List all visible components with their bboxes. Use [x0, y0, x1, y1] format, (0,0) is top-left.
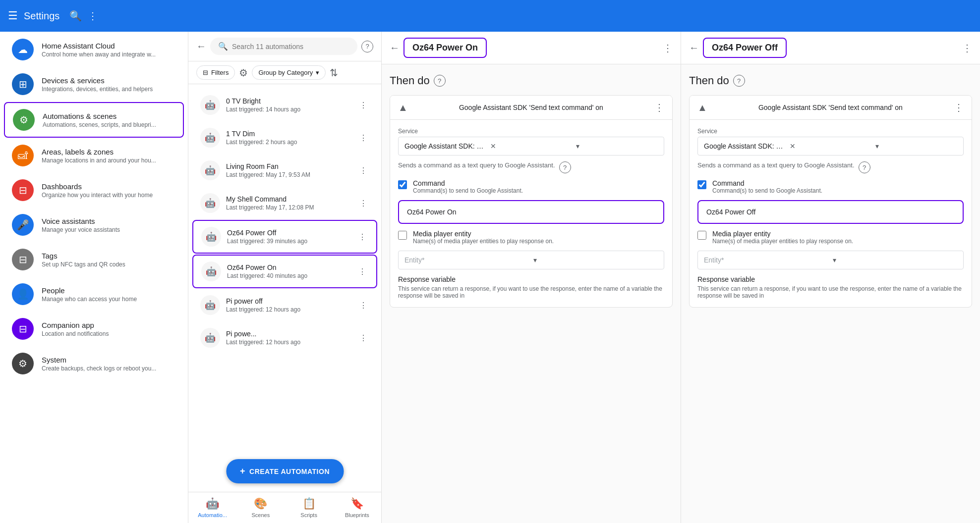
power-off-help-icon[interactable]: ? [733, 75, 745, 87]
power-off-panel: ← Oz64 Power Off ⋮ Then do ? ▲ Google As… [681, 32, 980, 523]
search-bar[interactable]: 🔍 [210, 38, 357, 55]
automation-name: Living Room Fan [226, 162, 310, 170]
tab-scripts[interactable]: 📋 Scripts [285, 492, 333, 523]
automation-item[interactable]: 🤖 Oz64 Power On Last triggered: 40 minut… [192, 255, 377, 288]
more-icon[interactable]: ⋮ [88, 10, 98, 22]
power-off-service-select[interactable]: Google Assistant SDK: Send te... ✕ ▾ [697, 137, 964, 156]
sidebar-item-home-assistant-cloud[interactable]: ☁ Home Assistant Cloud Control home when… [4, 33, 184, 66]
sidebar-item-system[interactable]: ⚙ System Create backups, check logs or r… [4, 347, 184, 380]
power-on-title[interactable]: Oz64 Power On [404, 38, 487, 58]
power-off-dropdown-icon[interactable]: ▾ [875, 142, 957, 150]
automation-item[interactable]: 🤖 Pi power off Last triggered: 12 hours … [192, 289, 377, 321]
sidebar-title-home-assistant-cloud: Home Assistant Cloud [42, 42, 156, 50]
power-on-help-icon[interactable]: ? [434, 75, 446, 87]
service-help-icon[interactable]: ? [559, 161, 571, 173]
command-field-name: Command [413, 179, 523, 187]
tune-icon-button[interactable]: ⚙ [239, 67, 248, 79]
automation-icon: 🤖 [200, 328, 220, 348]
power-off-clear-icon[interactable]: ✕ [790, 142, 871, 150]
sidebar-item-areas-labels-zones[interactable]: 🛋 Areas, labels & zones Manage locations… [4, 139, 184, 172]
sidebar-item-automations-scenes[interactable]: ⚙ Automations & scenes Automations, scen… [4, 102, 184, 138]
sidebar-item-devices-services[interactable]: ⊞ Devices & services Integrations, devic… [4, 67, 184, 101]
power-off-more-icon[interactable]: ⋮ [962, 42, 972, 54]
create-automation-button[interactable]: + CREATE AUTOMATION [226, 459, 344, 483]
power-off-media-player-checkbox[interactable] [697, 231, 706, 240]
power-off-title[interactable]: Oz64 Power Off [703, 38, 787, 58]
power-on-back-icon[interactable]: ← [390, 42, 400, 53]
tab-scenes[interactable]: 🎨 Scenes [236, 492, 285, 523]
search-input[interactable] [232, 43, 349, 51]
media-player-checkbox[interactable] [398, 231, 407, 240]
clear-icon[interactable]: ✕ [490, 142, 572, 150]
help-icon[interactable]: ? [361, 41, 373, 52]
automation-item[interactable]: 🤖 0 TV Bright Last triggered: 14 hours a… [192, 89, 377, 121]
sidebar-item-dashboards[interactable]: ⊟ Dashboards Organize how you interact w… [4, 173, 184, 207]
automation-more-icon[interactable]: ⋮ [356, 230, 368, 244]
automation-name: 0 TV Bright [226, 97, 300, 105]
command-checkbox[interactable] [398, 180, 407, 189]
filters-button[interactable]: ⊟ Filters [196, 65, 235, 80]
power-off-back-icon[interactable]: ← [689, 42, 699, 53]
power-on-action-card: ▲ Google Assistant SDK 'Send text comman… [390, 95, 673, 308]
command-field-info: Command Command(s) to send to Google Ass… [413, 179, 523, 194]
automation-more-icon[interactable]: ⋮ [357, 164, 369, 177]
hamburger-icon[interactable]: ☰ [8, 9, 18, 22]
automation-name: Oz64 Power Off [227, 229, 307, 237]
sidebar-text-system: System Create backups, check logs or reb… [42, 356, 156, 372]
group-by-button[interactable]: Group by Category ▾ [252, 65, 326, 80]
automation-icon: 🤖 [200, 128, 220, 148]
power-on-entity-dropdown[interactable]: Entity* ▾ [398, 251, 664, 269]
sidebar-item-voice-assistants[interactable]: 🎤 Voice assistants Manage your voice ass… [4, 208, 184, 242]
power-off-command-checkbox[interactable] [697, 180, 706, 189]
automation-item[interactable]: 🤖 Pi powe... Last triggered: 12 hours ag… [192, 322, 377, 354]
filters-label: Filters [211, 69, 229, 76]
sidebar-item-companion-app[interactable]: ⊟ Companion app Location and notificatio… [4, 312, 184, 346]
response-title: Response variable [398, 275, 664, 283]
sidebar-text-people: People Manage who can access your home [42, 286, 137, 303]
tab-icon-scripts: 📋 [302, 497, 316, 510]
automation-time: Last triggered: 40 minutes ago [227, 272, 307, 279]
automation-more-icon[interactable]: ⋮ [357, 131, 369, 145]
automation-more-icon[interactable]: ⋮ [357, 331, 369, 345]
sidebar-text-home-assistant-cloud: Home Assistant Cloud Control home when a… [42, 42, 156, 58]
power-off-media-player-field-desc: Name(s) of media player entities to play… [712, 238, 853, 245]
tab-automations[interactable]: 🤖 Automatio... [188, 492, 236, 523]
automation-item[interactable]: 🤖 1 TV Dim Last triggered: 2 hours ago ⋮ [192, 122, 377, 154]
power-on-more-icon[interactable]: ⋮ [663, 42, 673, 54]
sort-icon-button[interactable]: ⇅ [330, 67, 338, 79]
power-off-content: Then do ? ▲ Google Assistant SDK 'Send t… [681, 64, 980, 523]
power-off-section-title: Then do ? [689, 74, 972, 87]
automation-more-icon[interactable]: ⋮ [357, 99, 369, 112]
power-on-command-input[interactable]: Oz64 Power On [398, 200, 664, 224]
sidebar-item-tags[interactable]: ⊟ Tags Set up NFC tags and QR codes [4, 243, 184, 276]
automation-more-icon[interactable]: ⋮ [356, 265, 368, 278]
automation-time: Last triggered: 14 hours ago [226, 106, 300, 113]
automation-item[interactable]: 🤖 Living Room Fan Last triggered: May 17… [192, 155, 377, 186]
automation-time: Last triggered: 12 hours ago [226, 306, 300, 313]
power-off-entity-dropdown[interactable]: Entity* ▾ [697, 251, 964, 269]
automation-item[interactable]: 🤖 Oz64 Power Off Last triggered: 39 minu… [192, 220, 377, 254]
search-icon[interactable]: 🔍 [69, 10, 82, 22]
back-icon[interactable]: ← [196, 41, 206, 52]
power-off-action-more-icon[interactable]: ⋮ [954, 102, 964, 113]
create-label: CREATE AUTOMATION [249, 468, 330, 475]
power-on-action-header[interactable]: ▲ Google Assistant SDK 'Send text comman… [390, 96, 672, 120]
power-on-service-select[interactable]: Google Assistant SDK: Send te... ✕ ▾ [398, 137, 664, 156]
power-off-media-player-field-name: Media player entity [712, 230, 853, 238]
tab-blueprints[interactable]: 🔖 Blueprints [333, 492, 381, 523]
sidebar-item-people[interactable]: 👤 People Manage who can access your home [4, 277, 184, 311]
automation-item[interactable]: 🤖 My Shell Command Last triggered: May 1… [192, 187, 377, 219]
power-on-action-more-icon[interactable]: ⋮ [654, 102, 664, 113]
dropdown-icon[interactable]: ▾ [576, 142, 658, 150]
sidebar-text-voice-assistants: Voice assistants Manage your voice assis… [42, 217, 120, 233]
power-off-service-help-icon[interactable]: ? [859, 161, 870, 173]
sidebar-icon-voice-assistants: 🎤 [12, 214, 34, 236]
sidebar-icon-areas-labels-zones: 🛋 [12, 145, 34, 166]
automation-icon: 🤖 [201, 262, 221, 281]
automation-more-icon[interactable]: ⋮ [357, 197, 369, 210]
chevron-down-icon: ▾ [316, 69, 319, 76]
sidebar-subtitle-companion-app: Location and notifications [42, 330, 109, 337]
power-off-command-input[interactable]: Oz64 Power Off [697, 200, 964, 224]
power-off-action-header[interactable]: ▲ Google Assistant SDK 'Send text comman… [690, 96, 972, 120]
automation-more-icon[interactable]: ⋮ [357, 299, 369, 312]
